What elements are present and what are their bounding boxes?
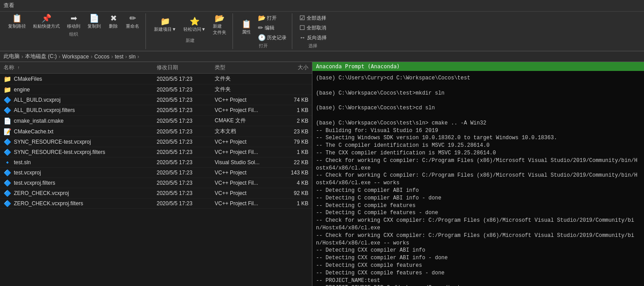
breadcrumb-sep-0: › bbox=[21, 54, 23, 60]
new-item-button[interactable]: 📁 新建项目▼ bbox=[151, 17, 179, 33]
header-size[interactable]: 大小 bbox=[273, 64, 308, 71]
copy-icon: 📋 bbox=[12, 14, 22, 22]
file-list-header: 名称 ↑ 修改日期 类型 大小 bbox=[0, 62, 312, 74]
easy-access-label: 轻松访问▼ bbox=[183, 26, 206, 33]
file-type: VC++ Project Fil... bbox=[215, 180, 273, 186]
file-type: VC++ Project bbox=[215, 170, 273, 176]
invert-select-button[interactable]: ↔ 反向选择 bbox=[298, 33, 328, 42]
rename-button[interactable]: ✏ 重命名 bbox=[123, 13, 142, 30]
paste-shortcut-button[interactable]: 📌 粘贴快捷方式 bbox=[30, 13, 62, 30]
open-button[interactable]: 📂 打开 bbox=[256, 13, 288, 22]
file-type: Visual Studio Sol... bbox=[215, 159, 273, 166]
file-name-text: CMakeFiles bbox=[14, 76, 42, 82]
file-date: 2020/5/5 17:23 bbox=[157, 139, 215, 145]
file-type: VC++ Project Fil... bbox=[215, 107, 273, 113]
file-type-icon: 📁 bbox=[4, 86, 11, 93]
file-date: 2020/5/5 17:23 bbox=[157, 87, 215, 93]
edit-label: 编辑 bbox=[265, 25, 274, 31]
table-row[interactable]: 🔷 test.vcxproj 2020/5/5 17:23 VC++ Proje… bbox=[0, 168, 312, 178]
breadcrumb-cocos[interactable]: Cocos bbox=[94, 54, 109, 60]
breadcrumb-sep-4: › bbox=[125, 54, 127, 60]
easy-access-button[interactable]: ⭐ 轻松访问▼ bbox=[181, 17, 208, 33]
toolbar-ribbon: 📋 复制路径 📌 粘贴快捷方式 ➡ 移动到 📄 复制到 ✖ 删除 bbox=[0, 11, 644, 51]
terminal-titlebar: Anaconda Prompt (Anaconda) bbox=[312, 62, 644, 71]
file-name-text: ZERO_CHECK.vcxproj.filters bbox=[14, 200, 83, 207]
history-label: 历史记录 bbox=[267, 34, 287, 41]
table-row[interactable]: 📝 CMakeCache.txt 2020/5/5 17:23 文本文档 23 … bbox=[0, 126, 312, 137]
file-name-cell: 🔷 test.vcxproj.filters bbox=[4, 179, 157, 187]
new-folder-button[interactable]: 📂 新建文件夹 bbox=[210, 13, 229, 37]
file-name-cell: 🔷 SYNC_RESOURCE-test.vcxproj.filters bbox=[4, 149, 157, 156]
main-area: 名称 ↑ 修改日期 类型 大小 📁 CMakeFiles 2020/5/5 17… bbox=[0, 62, 644, 286]
file-date: 2020/5/5 17:23 bbox=[157, 149, 215, 155]
file-size: 1 KB bbox=[273, 107, 308, 113]
invert-label: 反向选择 bbox=[307, 34, 327, 41]
file-name-text: test.vcxproj bbox=[14, 170, 41, 176]
group-open: 📋 属性 📂 打开 ✏ 编辑 🕐 历史记录 bbox=[237, 13, 292, 49]
group-select-label: 选择 bbox=[308, 43, 317, 49]
menu-view[interactable]: 查看 bbox=[4, 2, 14, 9]
file-date: 2020/5/5 17:23 bbox=[157, 97, 215, 103]
file-type-icon: 🔷 bbox=[4, 190, 11, 197]
easy-access-icon: ⭐ bbox=[190, 17, 199, 25]
terminal-body[interactable]: (base) C:\Users\Curry>cd C:\Workspace\Co… bbox=[312, 71, 644, 286]
table-row[interactable]: 🔷 ZERO_CHECK.vcxproj 2020/5/5 17:23 VC++… bbox=[0, 188, 312, 199]
table-row[interactable]: 📁 engine 2020/5/5 17:23 文件夹 bbox=[0, 84, 312, 95]
breadcrumb-c[interactable]: 本地磁盘 (C:) bbox=[25, 53, 57, 60]
file-name-cell: 📁 engine bbox=[4, 86, 157, 93]
header-type[interactable]: 类型 bbox=[215, 64, 273, 71]
rename-icon: ✏ bbox=[129, 14, 136, 22]
select-all-button[interactable]: ☑ 全部选择 bbox=[298, 13, 328, 22]
file-size: 1 KB bbox=[273, 149, 308, 155]
header-name[interactable]: 名称 ↑ bbox=[4, 64, 157, 71]
copy-path-button[interactable]: 📋 复制路径 bbox=[5, 13, 29, 30]
table-row[interactable]: 🔷 test.vcxproj.filters 2020/5/5 17:23 VC… bbox=[0, 178, 312, 188]
history-button[interactable]: 🕐 历史记录 bbox=[256, 33, 288, 42]
properties-button[interactable]: 📋 属性 bbox=[238, 19, 254, 36]
table-row[interactable]: 🔷 ALL_BUILD.vcxproj.filters 2020/5/5 17:… bbox=[0, 105, 312, 116]
delete-label: 删除 bbox=[109, 23, 118, 29]
file-name-text: CMakeCache.txt bbox=[14, 128, 54, 135]
breadcrumb-test[interactable]: test bbox=[115, 54, 123, 60]
file-name-cell: 🔷 ZERO_CHECK.vcxproj bbox=[4, 190, 157, 197]
breadcrumb-workspace[interactable]: Workspace bbox=[62, 54, 89, 60]
file-date: 2020/5/5 17:23 bbox=[157, 76, 215, 82]
table-row[interactable]: 📁 CMakeFiles 2020/5/5 17:23 文件夹 bbox=[0, 74, 312, 84]
breadcrumb-thispc[interactable]: 此电脑 bbox=[4, 53, 20, 60]
file-name-cell: 🔷 SYNC_RESOURCE-test.vcxproj bbox=[4, 138, 157, 145]
invert-icon: ↔ bbox=[299, 34, 306, 41]
table-row[interactable]: 📄 cmake_install.cmake 2020/5/5 17:23 CMA… bbox=[0, 116, 312, 126]
file-date: 2020/5/5 17:23 bbox=[157, 107, 215, 113]
table-row[interactable]: 🔷 ZERO_CHECK.vcxproj.filters 2020/5/5 17… bbox=[0, 199, 312, 209]
table-row[interactable]: 🔷 SYNC_RESOURCE-test.vcxproj 2020/5/5 17… bbox=[0, 137, 312, 147]
edit-button[interactable]: ✏ 编辑 bbox=[256, 23, 288, 32]
file-size: 22 KB bbox=[273, 159, 308, 166]
rename-label: 重命名 bbox=[126, 23, 139, 29]
breadcrumb-sln[interactable]: sln bbox=[129, 54, 136, 60]
file-date: 2020/5/5 17:23 bbox=[157, 128, 215, 135]
copy-to-label: 复制到 bbox=[87, 23, 101, 29]
delete-button[interactable]: ✖ 删除 bbox=[105, 13, 121, 30]
file-name-text: ALL_BUILD.vcxproj.filters bbox=[14, 107, 75, 113]
group-organize-label: 组织 bbox=[69, 31, 78, 37]
select-none-button[interactable]: ☐ 全部取消 bbox=[298, 23, 328, 32]
file-type-icon: 🔷 bbox=[4, 107, 11, 114]
file-size: 23 KB bbox=[273, 128, 308, 135]
file-size: 4 KB bbox=[273, 180, 308, 186]
group-open-label: 打开 bbox=[259, 43, 268, 49]
file-name-text: ZERO_CHECK.vcxproj bbox=[14, 190, 69, 196]
file-type: VC++ Project bbox=[215, 139, 273, 145]
new-item-label: 新建项目▼ bbox=[154, 26, 176, 33]
table-row[interactable]: 🔹 test.sln 2020/5/5 17:23 Visual Studio … bbox=[0, 158, 312, 168]
file-list: 📁 CMakeFiles 2020/5/5 17:23 文件夹 📁 engine… bbox=[0, 74, 312, 286]
file-name-text: SYNC_RESOURCE-test.vcxproj.filters bbox=[14, 149, 105, 155]
copy-to-button[interactable]: 📄 复制到 bbox=[85, 13, 104, 30]
file-type-icon: 🔷 bbox=[4, 149, 11, 156]
table-row[interactable]: 🔷 ALL_BUILD.vcxproj 2020/5/5 17:23 VC++ … bbox=[0, 95, 312, 105]
move-to-button[interactable]: ➡ 移动到 bbox=[64, 13, 83, 30]
file-type: VC++ Project Fil... bbox=[215, 200, 273, 207]
header-date[interactable]: 修改日期 bbox=[157, 64, 215, 71]
table-row[interactable]: 🔷 SYNC_RESOURCE-test.vcxproj.filters 202… bbox=[0, 147, 312, 158]
file-name-text: cmake_install.cmake bbox=[14, 118, 63, 124]
move-icon: ➡ bbox=[71, 14, 77, 22]
